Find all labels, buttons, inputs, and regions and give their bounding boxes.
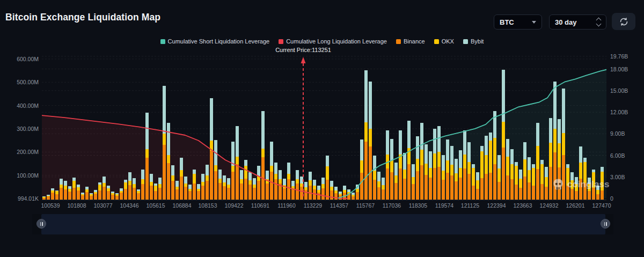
legend-item[interactable]: Cumulative Long Liquidation Leverage: [279, 38, 387, 45]
current-price-label: Current Price:113251: [275, 47, 331, 53]
legend-label: OKX: [442, 38, 454, 45]
x-axis-line: [42, 200, 606, 200]
y-axis-right-label: 9.00B: [610, 130, 625, 137]
y-axis-right-label: 6.00B: [610, 152, 625, 159]
x-axis-label: 127470: [586, 202, 618, 209]
legend-label: Bybit: [471, 38, 484, 45]
legend-item[interactable]: OKX: [434, 38, 454, 45]
chart-legend: Cumulative Short Liquidation LeverageCum…: [0, 38, 644, 45]
legend-swatch: [279, 39, 283, 44]
y-axis-left-label: 100.00M: [1, 172, 39, 179]
legend-swatch: [160, 39, 165, 44]
y-axis-left-label: 600.00M: [1, 56, 39, 62]
symbol-select-value: BTC: [500, 18, 514, 26]
datazoom-selected-range[interactable]: [41, 214, 605, 234]
y-axis-left-label: 500.00M: [1, 79, 39, 85]
legend-label: Cumulative Long Liquidation Leverage: [286, 38, 387, 45]
datazoom-right-handle[interactable]: [601, 219, 610, 229]
y-axis-right-label: 18.00B: [610, 66, 628, 72]
chart-plot-area[interactable]: [42, 55, 606, 200]
chart-lines: [42, 55, 606, 200]
legend-label: Cumulative Short Liquidation Leverage: [168, 38, 270, 45]
refresh-button[interactable]: [612, 13, 635, 30]
page-title: Bitcoin Exchange Liquidation Map: [5, 12, 160, 23]
y-axis-left-label: 200.00M: [1, 149, 39, 155]
legend-swatch: [463, 39, 468, 44]
datazoom-left-handle[interactable]: [36, 219, 46, 229]
legend-swatch: [396, 39, 401, 44]
legend-item[interactable]: Cumulative Short Liquidation Leverage: [160, 38, 270, 45]
period-select-value: 30 day: [555, 18, 576, 26]
symbol-select[interactable]: BTC: [494, 14, 542, 30]
spinner-up-down-icon: [597, 18, 601, 26]
legend-label: Binance: [404, 38, 425, 45]
legend-swatch: [434, 39, 439, 44]
y-axis-right-label: 12.00B: [610, 109, 628, 115]
y-axis-left-label: 300.00M: [1, 126, 39, 132]
chevron-down-icon: [596, 21, 602, 27]
y-axis-right-label: 0: [610, 195, 613, 202]
liquidation-map-page: Bitcoin Exchange Liquidation Map BTC 30 …: [0, 0, 644, 257]
legend-item[interactable]: Bybit: [463, 38, 484, 45]
period-select[interactable]: 30 day: [549, 14, 606, 30]
y-axis-left-label: 400.00M: [1, 102, 39, 109]
legend-item[interactable]: Binance: [396, 38, 425, 45]
y-axis-right-label: 15.00B: [610, 87, 628, 94]
y-axis-left-label: 994.01K: [1, 195, 39, 202]
y-axis-right-label: 19.76B: [610, 53, 628, 60]
refresh-icon: [619, 17, 629, 27]
chevron-down-icon: [532, 21, 536, 24]
y-axis-right-label: 3.00B: [610, 174, 625, 180]
